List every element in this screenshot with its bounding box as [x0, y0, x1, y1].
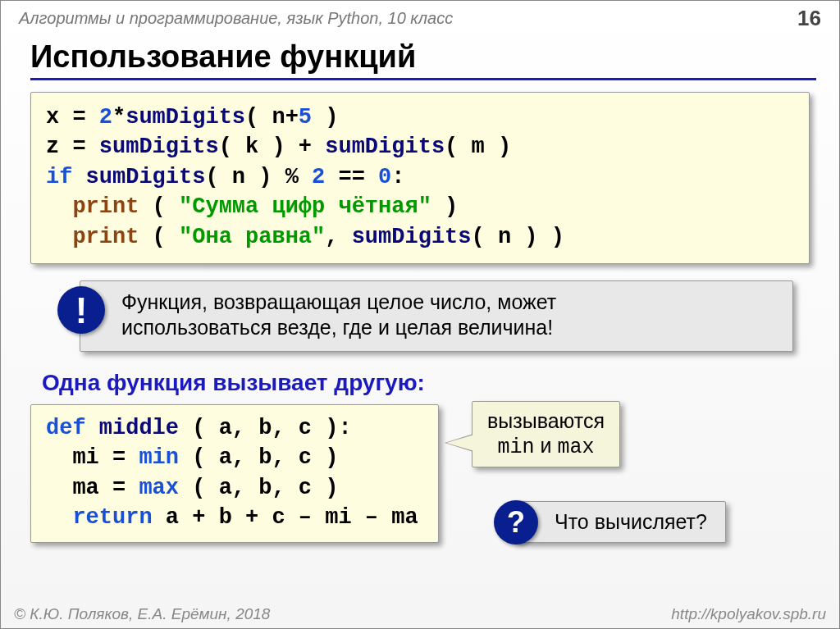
page-title: Использование функций [1, 33, 839, 78]
question-icon: ? [494, 500, 538, 545]
page-number: 16 [797, 6, 821, 31]
copyright: © К.Ю. Поляков, Е.А. Ерёмин, 2018 [14, 605, 270, 623]
callout-question-text: Что вычисляет? [555, 510, 707, 533]
note-box: ! Функция, возвращающая целое число, мож… [80, 280, 793, 352]
note-line-1: Функция, возвращающая целое число, может [121, 289, 779, 315]
slide-footer: © К.Ю. Поляков, Е.А. Ерёмин, 2018 http:/… [1, 605, 839, 623]
subheading: Одна функция вызывает другую: [42, 370, 810, 396]
callout-question: ? Что вычисляет? [514, 501, 726, 543]
subject-label: Алгоритмы и программирование, язык Pytho… [19, 9, 453, 28]
code-block-2: def middle ( a, b, c ): mi = min ( a, b,… [30, 404, 439, 544]
callout-minmax: вызываются min и max [472, 401, 620, 467]
exclamation-icon: ! [57, 286, 105, 334]
note-line-2: использоваться везде, где и целая величи… [121, 315, 779, 340]
code-block-1: x = 2*sumDigits( n+5 ) z = sumDigits( k … [30, 92, 810, 264]
title-rule [30, 78, 816, 80]
footer-url: http://kpolyakov.spb.ru [671, 605, 826, 623]
callout-line2: min и max [487, 433, 605, 460]
callout-line1: вызываются [487, 408, 605, 433]
slide-header: Алгоритмы и программирование, язык Pytho… [1, 1, 839, 33]
